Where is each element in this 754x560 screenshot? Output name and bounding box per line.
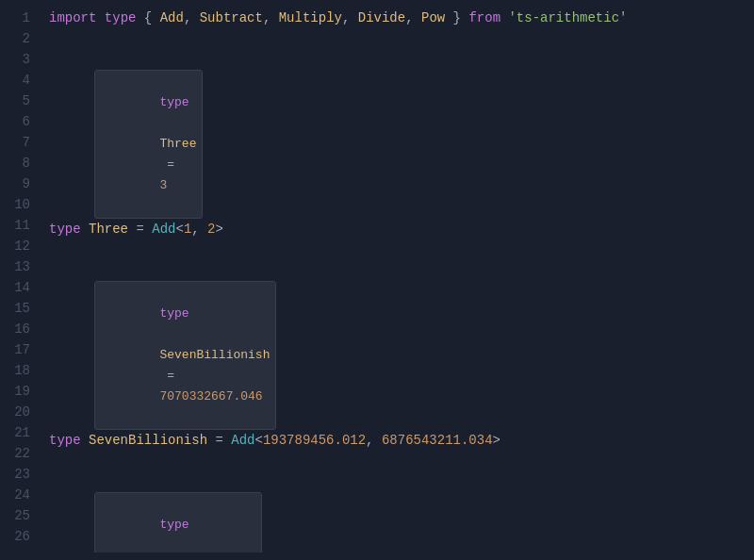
line-num-26: 26 bbox=[11, 526, 30, 547]
punct: , bbox=[184, 8, 200, 28]
line-10 bbox=[49, 451, 743, 471]
line-num-16: 16 bbox=[11, 319, 30, 339]
op: = bbox=[128, 219, 152, 239]
line-num-19: 19 bbox=[11, 381, 30, 402]
punct: , bbox=[405, 8, 421, 28]
line-1: import type { Add , Subtract , Multiply … bbox=[49, 8, 743, 28]
line-num-5: 5 bbox=[11, 91, 30, 111]
line-num-7: 7 bbox=[11, 132, 30, 153]
line-8: type SevenBillionish = 7070332667.046 bbox=[49, 281, 743, 430]
line-num-22: 22 bbox=[11, 443, 30, 464]
type-add-9: Add bbox=[231, 430, 254, 451]
punct: > bbox=[216, 219, 223, 239]
type-three-5: Three bbox=[89, 219, 128, 239]
line-num-25: 25 bbox=[11, 505, 30, 526]
kw-type-5: type bbox=[49, 219, 81, 239]
space bbox=[81, 430, 89, 451]
keyword-import: import bbox=[49, 8, 96, 28]
line-num-3: 3 bbox=[11, 49, 30, 70]
punct: > bbox=[493, 430, 500, 451]
tooltip-type-sbi: SevenBillionish bbox=[159, 348, 270, 362]
code-editor: 1 2 3 4 5 6 7 8 9 10 11 12 13 14 15 16 1… bbox=[0, 0, 754, 560]
code-content: import type { Add , Subtract , Multiply … bbox=[38, 8, 754, 552]
punct: , bbox=[263, 8, 279, 28]
num-193: 193789456.012 bbox=[263, 430, 366, 451]
line-num-24: 24 bbox=[11, 485, 30, 505]
line-num-1: 1 bbox=[11, 8, 30, 28]
line-num-18: 18 bbox=[11, 360, 30, 381]
line-num-20: 20 bbox=[11, 402, 30, 422]
tooltip-num-sbi: 7070332667.046 bbox=[159, 389, 262, 404]
line-11 bbox=[49, 471, 743, 492]
tooltip-type-three: Three bbox=[159, 137, 196, 151]
tooltip-negativefifty: type NegativeFifty = -50 bbox=[94, 492, 262, 552]
tooltip-num-3: 3 bbox=[159, 178, 167, 192]
line-num-17: 17 bbox=[11, 339, 30, 360]
type-multiply: Multiply bbox=[279, 8, 342, 28]
line-num-21: 21 bbox=[11, 422, 30, 443]
line-12: type NegativeFifty = -50 bbox=[49, 492, 743, 552]
line-num-13: 13 bbox=[11, 256, 30, 277]
kw-type-9: type bbox=[49, 430, 81, 451]
space bbox=[500, 8, 508, 28]
punct: } bbox=[445, 8, 468, 28]
line-num-4: 4 bbox=[11, 70, 30, 91]
line-5: type Three = Add < 1 , 2 > bbox=[49, 219, 743, 239]
line-num-23: 23 bbox=[11, 464, 30, 485]
type-sbi-9: SevenBillionish bbox=[89, 430, 207, 451]
tooltip-sevenbillionish: type SevenBillionish = 7070332667.046 bbox=[94, 281, 276, 430]
tooltip-kw-type: type bbox=[159, 95, 188, 109]
line-6 bbox=[49, 239, 743, 260]
line-num-6: 6 bbox=[11, 111, 30, 132]
space bbox=[159, 538, 167, 552]
space: { bbox=[136, 8, 159, 28]
tooltip-three: type Three = 3 bbox=[94, 70, 203, 219]
type-pow: Pow bbox=[421, 8, 445, 28]
line-num-12: 12 bbox=[11, 236, 30, 256]
line-4: type Three = 3 bbox=[49, 70, 743, 219]
line-num-15: 15 bbox=[11, 298, 30, 319]
keyword-from: from bbox=[468, 8, 500, 28]
type-divide: Divide bbox=[358, 8, 405, 28]
punct: < bbox=[254, 430, 262, 451]
line-num-8: 8 bbox=[11, 153, 30, 173]
punct: < bbox=[175, 219, 183, 239]
line-2 bbox=[49, 28, 743, 49]
type-add: Add bbox=[160, 8, 184, 28]
line-num-11: 11 bbox=[11, 215, 30, 236]
line-num-2: 2 bbox=[11, 28, 30, 49]
line-9: type SevenBillionish = Add < 193789456.0… bbox=[49, 430, 743, 451]
string-module: 'ts-arithmetic' bbox=[508, 8, 627, 28]
line-num-9: 9 bbox=[11, 173, 30, 194]
op: = bbox=[207, 430, 231, 451]
line-num-10: 10 bbox=[11, 194, 30, 215]
punct: , bbox=[191, 219, 207, 239]
tooltip-kw-12: type bbox=[159, 518, 188, 532]
num-2: 2 bbox=[207, 219, 215, 239]
type-subtract: Subtract bbox=[200, 8, 263, 28]
line-numbers: 1 2 3 4 5 6 7 8 9 10 11 12 13 14 15 16 1… bbox=[0, 8, 38, 552]
punct: , bbox=[342, 8, 358, 28]
num-6876: 6876543211.034 bbox=[382, 430, 493, 451]
keyword-type: type bbox=[105, 8, 137, 28]
space bbox=[96, 8, 104, 28]
tooltip-space bbox=[159, 116, 167, 130]
tooltip-eq-8: = bbox=[159, 369, 181, 383]
line-num-14: 14 bbox=[11, 277, 30, 298]
space bbox=[159, 327, 167, 341]
num-1: 1 bbox=[184, 219, 191, 239]
space bbox=[81, 219, 89, 239]
type-add-5: Add bbox=[152, 219, 175, 239]
punct: , bbox=[366, 430, 382, 451]
tooltip-eq: = bbox=[159, 157, 181, 172]
line-7 bbox=[49, 260, 743, 281]
line-3 bbox=[49, 49, 743, 70]
tooltip-kw-8: type bbox=[159, 306, 188, 321]
